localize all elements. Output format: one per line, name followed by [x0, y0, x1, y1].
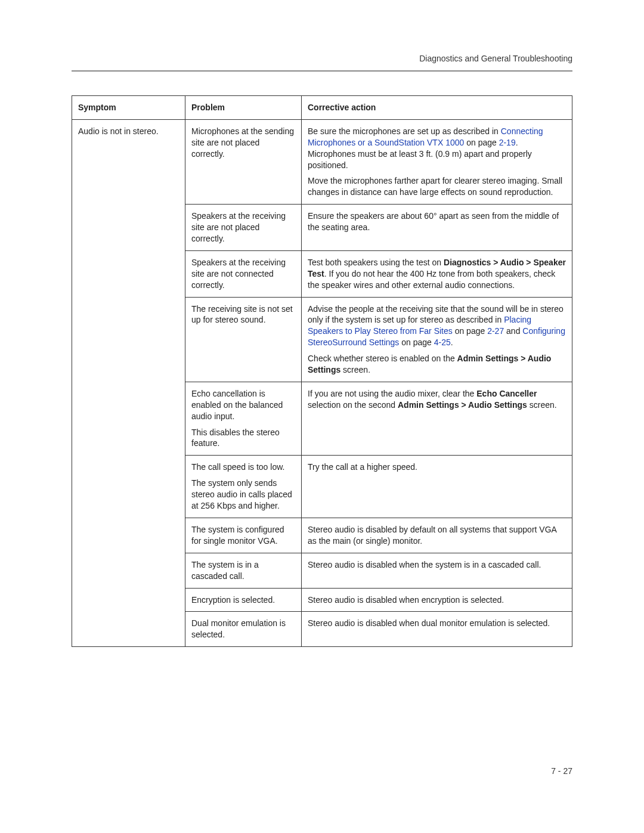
cell-corrective: Stereo audio is disabled when encryption…	[302, 588, 572, 612]
text: The system only sends stereo audio in ca…	[191, 478, 295, 512]
troubleshooting-table: Symptom Problem Corrective action Audio …	[72, 95, 572, 647]
text: Echo cancellation is enabled on the bala…	[191, 388, 295, 422]
cell-corrective: If you are not using the audio mixer, cl…	[302, 382, 572, 455]
bold-text: Echo Canceller	[476, 389, 537, 398]
table-row: Audio is not in stereo. Microphones at t…	[72, 119, 572, 204]
header-section-title: Diagnostics and General Troubleshooting	[72, 54, 572, 63]
cell-problem: The receiving site is not set up for ste…	[185, 297, 302, 382]
cell-corrective: Stereo audio is disabled by default on a…	[302, 518, 572, 553]
text: screen.	[340, 365, 370, 374]
cell-problem: Dual monitor emulation is selected.	[185, 612, 302, 647]
cell-corrective: Test both speakers using the test on Dia…	[302, 250, 572, 297]
bold-text: Admin Settings > Audio Settings	[398, 400, 527, 410]
text: The call speed is too low.	[191, 462, 295, 473]
cell-corrective: Try the call at a higher speed.	[302, 456, 572, 518]
col-header-corrective: Corrective action	[302, 96, 572, 120]
cell-problem: The system is configured for single moni…	[185, 518, 302, 553]
cell-problem: Encryption is selected.	[185, 588, 302, 612]
cell-corrective: Stereo audio is disabled when dual monit…	[302, 612, 572, 647]
table-header-row: Symptom Problem Corrective action	[72, 96, 572, 120]
cell-problem: Speakers at the receiving site are not c…	[185, 250, 302, 297]
text: on page	[399, 337, 434, 347]
text: Check whether stereo is enabled on the	[308, 354, 457, 363]
col-header-symptom: Symptom	[72, 96, 185, 120]
text: This disables the stereo feature.	[191, 427, 295, 450]
text: Test both speakers using the test on	[308, 258, 444, 267]
cell-problem: Microphones at the sending site are not …	[185, 119, 302, 204]
page-number: 7 - 27	[72, 766, 572, 776]
cell-problem: The call speed is too low. The system on…	[185, 456, 302, 518]
cell-symptom: Audio is not in stereo.	[72, 119, 185, 646]
text: on page	[453, 326, 487, 336]
header-rule	[72, 70, 572, 72]
text: . If you do not hear the 400 Hz tone fro…	[308, 269, 555, 290]
text: screen.	[527, 400, 557, 410]
cell-corrective: Be sure the microphones are set up as de…	[302, 119, 572, 204]
cell-problem: Echo cancellation is enabled on the bala…	[185, 382, 302, 455]
text: Be sure the microphones are set up as de…	[308, 126, 501, 136]
page: Diagnostics and General Troubleshooting …	[0, 0, 644, 812]
text: and	[504, 326, 522, 336]
text: on page	[464, 138, 499, 147]
cell-corrective: Ensure the speakers are about 60° apart …	[302, 205, 572, 251]
cell-corrective: Advise the people at the receiving site …	[302, 297, 572, 382]
text: .	[451, 337, 453, 347]
link-page-2-19[interactable]: 2-19	[499, 138, 516, 147]
text: Move the microphones farther apart for c…	[308, 175, 566, 198]
link-page-2-27[interactable]: 2-27	[487, 326, 504, 336]
text: If you are not using the audio mixer, cl…	[308, 389, 476, 398]
cell-problem: The system is in a cascaded call.	[185, 553, 302, 588]
link-page-4-25[interactable]: 4-25	[434, 337, 451, 347]
cell-corrective: Stereo audio is disabled when the system…	[302, 553, 572, 588]
col-header-problem: Problem	[185, 96, 302, 120]
cell-problem: Speakers at the receiving site are not p…	[185, 205, 302, 251]
text: selection on the second	[308, 400, 398, 410]
